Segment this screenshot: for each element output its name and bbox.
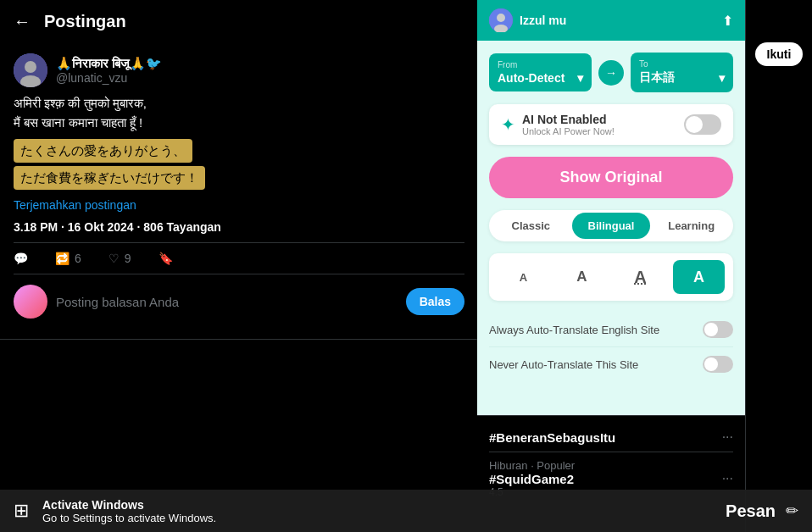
reply-avatar: [14, 285, 47, 319]
translate-link[interactable]: Terjemahkan postingan: [14, 198, 464, 212]
trending-label-1: #BeneranSebagusItu: [489, 430, 615, 445]
tab-bilingual[interactable]: Bilingual: [572, 213, 651, 239]
japanese-line1: たくさんの愛をありがとう、: [14, 139, 192, 163]
ai-toggle-text: AI Not Enabled Unlock AI Power Now!: [522, 113, 615, 136]
setting-row-1: Always Auto-Translate English Site: [489, 313, 733, 347]
left-panel: ← Postingan 🙏निराकार बिजू🙏🐦 @lunatic_vzu…: [0, 0, 479, 532]
like-action[interactable]: ♡ 9: [108, 252, 131, 265]
post-text-hindi: अमिरी इश्क़ की तुमको मुबारक, मैं बस खाना…: [14, 94, 464, 132]
font-small[interactable]: A: [498, 260, 549, 294]
reply-icon: 💬: [14, 252, 28, 265]
to-value: 日本語 ▾: [639, 70, 725, 86]
bookmark-action[interactable]: 🔖: [159, 252, 173, 265]
ai-toggle-switch[interactable]: [684, 114, 721, 135]
toggle-knob: [686, 116, 703, 133]
lang-from[interactable]: From Auto-Detect ▾: [489, 53, 592, 91]
font-large-letter: A: [634, 268, 646, 287]
mode-tabs: Classic Bilingual Learning: [489, 210, 733, 241]
show-original-button[interactable]: Show Original: [489, 157, 733, 198]
ai-toggle-row: ✦ AI Not Enabled Unlock AI Power Now!: [489, 104, 733, 145]
author-handle: @lunatic_vzu: [56, 71, 162, 85]
from-value: Auto-Detect ▾: [498, 71, 583, 85]
retweet-action[interactable]: 🔁 6: [55, 252, 81, 265]
chevron-down-icon: ▾: [577, 71, 583, 85]
to-label: To: [639, 59, 725, 69]
back-button[interactable]: ←: [14, 12, 31, 31]
popup-header: Izzul mu ⬆: [477, 0, 745, 41]
author-name: 🙏निराकार बिजू🙏🐦: [56, 56, 162, 71]
from-label: From: [498, 60, 583, 69]
activate-text: Activate Windows Go to Settings to activ…: [42, 498, 216, 524]
toggle2-knob: [704, 357, 718, 371]
share-icon[interactable]: ⬆: [722, 13, 733, 29]
tab-learning[interactable]: Learning: [652, 213, 731, 239]
windows-logo-icon: ⊞: [14, 500, 29, 522]
chevron-down-icon-2: ▾: [719, 71, 725, 85]
trending-sub-2: Hiburan · Populer: [489, 459, 575, 472]
toggle1-knob: [704, 323, 718, 336]
reply-button[interactable]: Balas: [406, 288, 464, 315]
font-large[interactable]: A: [615, 260, 666, 294]
svg-point-4: [497, 14, 505, 22]
like-count: 9: [125, 252, 131, 265]
translator-popup: Izzul mu ⬆ From Auto-Detect ▾ → To 日本語 ▾: [477, 0, 745, 415]
lang-selector: From Auto-Detect ▾ → To 日本語 ▾: [489, 53, 733, 92]
windows-activate-bar: ⊞ Activate Windows Go to Settings to act…: [0, 490, 812, 532]
settings-rows: Always Auto-Translate English Site Never…: [489, 313, 733, 381]
lang-arrow: →: [598, 60, 624, 86]
trending-item-1: #BeneranSebagusItu ···: [489, 423, 733, 452]
trending-dots-1[interactable]: ···: [722, 429, 733, 445]
compose-icon[interactable]: ✏: [786, 502, 798, 520]
reply-input-placeholder[interactable]: Posting balasan Anda: [56, 295, 398, 309]
ai-toggle-left: ✦ AI Not Enabled Unlock AI Power Now!: [501, 113, 615, 136]
font-small-letter: A: [520, 271, 527, 284]
bookmark-icon: 🔖: [159, 252, 173, 265]
follow-button[interactable]: Ikuti: [755, 42, 804, 66]
setting2-toggle[interactable]: [703, 356, 733, 373]
post-author: 🙏निराकार बिजू🙏🐦 @lunatic_vzu: [14, 53, 464, 87]
popup-username: Izzul mu: [520, 14, 566, 27]
font-medium-letter: A: [576, 269, 587, 285]
reply-section: Posting balasan Anda Balas: [14, 274, 464, 329]
retweet-icon: 🔁: [55, 252, 70, 265]
setting1-label: Always Auto-Translate English Site: [489, 324, 659, 336]
trending-dots-2[interactable]: ···: [722, 471, 733, 486]
font-serif-letter: A: [684, 262, 715, 292]
font-serif[interactable]: A: [673, 260, 725, 294]
setting1-toggle[interactable]: [703, 321, 733, 338]
post-actions: 💬 🔁 6 ♡ 9 🔖: [14, 242, 464, 274]
setting-row-2: Never Auto-Translate This Site: [489, 347, 733, 381]
japanese-line2: ただ食費を稼ぎたいだけです！: [14, 166, 205, 190]
popup-user: Izzul mu: [489, 8, 566, 32]
svg-point-1: [25, 61, 36, 73]
font-options: A A A A: [489, 253, 733, 301]
font-medium[interactable]: A: [556, 260, 608, 294]
avatar: [14, 53, 47, 87]
reply-action[interactable]: 💬: [14, 252, 28, 265]
ai-title: AI Not Enabled: [522, 113, 615, 126]
setting2-label: Never Auto-Translate This Site: [489, 358, 638, 371]
message-label: Pesan: [726, 502, 776, 521]
right-panel: Ikuti: [745, 0, 812, 532]
activate-sub: Go to Settings to activate Windows.: [42, 512, 216, 524]
retweet-count: 6: [75, 252, 81, 265]
popup-avatar: [489, 8, 513, 32]
tab-classic[interactable]: Classic: [492, 213, 570, 239]
lang-to[interactable]: To 日本語 ▾: [631, 53, 733, 92]
like-icon: ♡: [108, 252, 120, 265]
activate-title: Activate Windows: [42, 498, 216, 512]
trending-label-2: #SquidGame2: [489, 472, 575, 486]
ai-star-icon: ✦: [501, 114, 515, 135]
ai-subtitle: Unlock AI Power Now!: [522, 126, 615, 136]
popup-body: From Auto-Detect ▾ → To 日本語 ▾ ✦ AI Not: [477, 41, 745, 393]
header-bar: ← Postingan: [0, 0, 478, 43]
post-meta: 3.18 PM · 16 Okt 2024 · 806 Tayangan: [14, 220, 464, 234]
post-container: 🙏निराकार बिजू🙏🐦 @lunatic_vzu अमिरी इश्क़…: [0, 43, 478, 340]
page-title: Postingan: [44, 12, 126, 31]
author-info: 🙏निराकार बिजू🙏🐦 @lunatic_vzu: [56, 56, 162, 85]
